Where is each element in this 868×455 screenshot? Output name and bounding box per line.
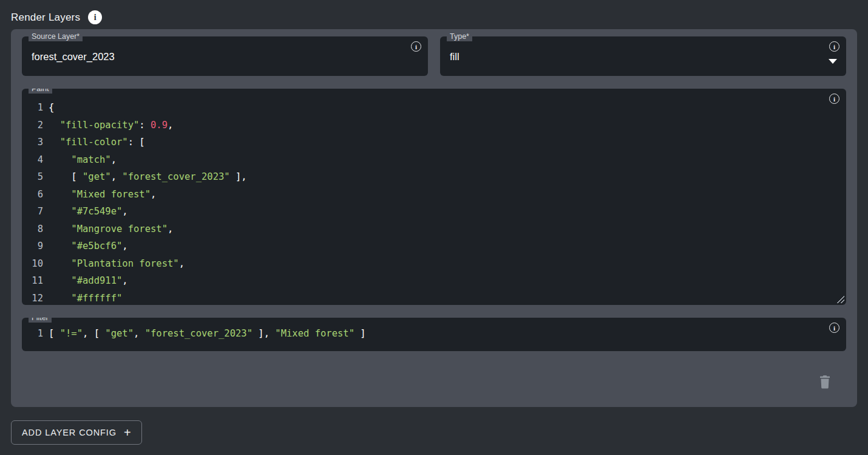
source-layer-label: Source Layer* (29, 32, 83, 41)
code-text: "#7c549e", (49, 203, 128, 221)
code-line: 9 "#e5bcf6", (22, 238, 846, 255)
code-line: 6 "Mixed forest", (22, 186, 846, 204)
code-text: { (49, 99, 54, 117)
paint-editor[interactable]: Paint i 1{2 "fill-opacity": 0.9,3 "fill-… (22, 89, 846, 305)
code-text: "Plantation forest", (49, 255, 185, 273)
code-line: 7 "#7c549e", (22, 203, 846, 221)
plus-icon: + (124, 425, 131, 440)
code-text: "Mixed forest", (49, 186, 156, 204)
info-icon[interactable]: i (829, 323, 839, 333)
code-text: "#e5bcf6", (49, 238, 128, 255)
card-actions (817, 374, 833, 390)
chevron-down-icon (829, 59, 837, 64)
line-number: 1 (22, 325, 49, 343)
page-header: Render Layers i (0, 0, 868, 27)
code-line: 1{ (22, 99, 846, 117)
fields-row: Source Layer* forest_cover_2023 i Type* … (22, 29, 846, 76)
source-layer-value: forest_cover_2023 (32, 50, 115, 63)
page-title: Render Layers (11, 12, 80, 24)
line-number: 1 (22, 99, 49, 117)
code-text: "fill-color": [ (49, 134, 145, 151)
info-icon[interactable]: i (411, 41, 421, 52)
add-layer-config-button[interactable]: ADD LAYER CONFIG + (11, 420, 142, 445)
code-line: 12 "#ffffff" (22, 290, 846, 306)
filter-label: Filter (29, 318, 52, 323)
line-number: 7 (22, 203, 49, 221)
line-number: 6 (22, 186, 49, 204)
layer-config-card: Source Layer* forest_cover_2023 i Type* … (11, 29, 857, 407)
code-text: [ "!=", [ "get", "forest_cover_2023" ], … (49, 325, 366, 343)
line-number: 11 (22, 272, 49, 290)
code-line: 10 "Plantation forest", (22, 255, 846, 273)
info-icon[interactable]: i (88, 10, 102, 24)
line-number: 8 (22, 221, 49, 238)
code-line: 2 "fill-opacity": 0.9, (22, 117, 846, 134)
filter-code: 1[ "!=", [ "get", "forest_cover_2023" ],… (22, 318, 846, 343)
type-value: fill (450, 50, 459, 63)
line-number: 2 (22, 117, 49, 134)
code-text: [ "get", "forest_cover_2023" ], (49, 168, 247, 186)
code-text: "Mangrove forest", (49, 221, 173, 238)
line-number: 4 (22, 151, 49, 169)
type-select[interactable]: Type* fill i (440, 36, 846, 76)
line-number: 12 (22, 290, 49, 306)
paint-code: 1{2 "fill-opacity": 0.9,3 "fill-color": … (22, 89, 846, 305)
code-text: "match", (49, 151, 117, 169)
code-line: 4 "match", (22, 151, 846, 169)
trash-icon (818, 375, 832, 389)
info-icon[interactable]: i (829, 94, 839, 104)
code-line: 3 "fill-color": [ (22, 134, 846, 151)
delete-layer-button[interactable] (817, 374, 833, 390)
code-line: 11 "#add911", (22, 272, 846, 290)
source-layer-input[interactable]: Source Layer* forest_cover_2023 i (22, 36, 428, 76)
code-text: "#add911", (49, 272, 128, 290)
code-line: 5 [ "get", "forest_cover_2023" ], (22, 168, 846, 186)
line-number: 3 (22, 134, 49, 151)
code-text: "#ffffff" (49, 290, 122, 306)
code-line: 8 "Mangrove forest", (22, 221, 846, 238)
line-number: 10 (22, 255, 49, 273)
paint-label: Paint (29, 89, 52, 94)
code-line: 1[ "!=", [ "get", "forest_cover_2023" ],… (22, 325, 846, 343)
info-icon[interactable]: i (829, 41, 839, 52)
add-layer-config-label: ADD LAYER CONFIG (22, 428, 117, 437)
code-text: "fill-opacity": 0.9, (49, 117, 173, 134)
line-number: 9 (22, 238, 49, 255)
render-layers-page: Render Layers i Source Layer* forest_cov… (0, 0, 868, 445)
line-number: 5 (22, 168, 49, 186)
filter-editor[interactable]: Filter i 1[ "!=", [ "get", "forest_cover… (22, 318, 846, 351)
type-label: Type* (447, 32, 472, 41)
